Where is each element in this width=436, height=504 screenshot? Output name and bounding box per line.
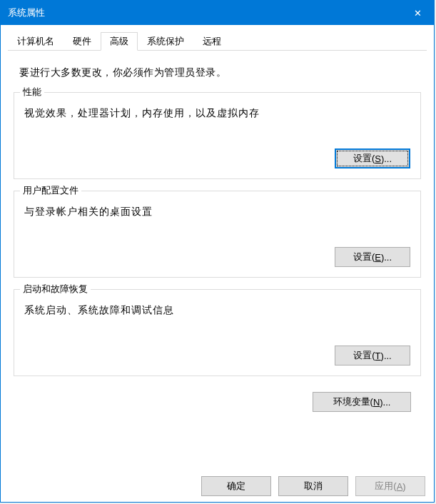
startup-recovery-settings-button[interactable]: 设置(T)... [335, 346, 410, 366]
tabs: 计算机名 硬件 高级 系统保护 远程 [8, 32, 427, 51]
cancel-button[interactable]: 取消 [278, 476, 348, 496]
environment-variables-button[interactable]: 环境变量(N)... [313, 392, 411, 412]
titlebar[interactable]: 系统属性 ✕ [1, 1, 434, 25]
groupbox-user-profiles-legend: 用户配置文件 [20, 184, 81, 197]
close-icon: ✕ [414, 8, 422, 19]
groupbox-performance-desc: 视觉效果，处理器计划，内存使用，以及虚拟内存 [24, 106, 410, 124]
admin-info-text: 要进行大多数更改，你必须作为管理员登录。 [14, 58, 421, 92]
content-spacer [14, 419, 421, 466]
groupbox-user-profiles-desc: 与登录帐户相关的桌面设置 [24, 204, 410, 223]
groupbox-user-profiles-btnrow: 设置(E)... [24, 247, 410, 267]
ok-button[interactable]: 确定 [201, 476, 271, 496]
groupbox-startup-recovery: 启动和故障恢复 系统启动、系统故障和调试信息 设置(T)... [14, 289, 421, 376]
tab-advanced[interactable]: 高级 [101, 32, 138, 51]
tab-system-protection[interactable]: 系统保护 [138, 32, 193, 50]
window-title: 系统属性 [8, 6, 45, 19]
performance-settings-button[interactable]: 设置(S)... [335, 148, 410, 168]
groupbox-startup-recovery-legend: 启动和故障恢复 [20, 283, 91, 296]
dialog-footer: 确定 取消 应用(A) [1, 470, 434, 502]
system-properties-window: 系统属性 ✕ 计算机名 硬件 高级 系统保护 远程 要进行大多数更改，你必须作为… [0, 0, 435, 503]
tab-content-advanced: 要进行大多数更改，你必须作为管理员登录。 性能 视觉效果，处理器计划，内存使用，… [1, 51, 434, 470]
groupbox-startup-recovery-desc: 系统启动、系统故障和调试信息 [24, 303, 410, 321]
groupbox-performance: 性能 视觉效果，处理器计划，内存使用，以及虚拟内存 设置(S)... [14, 92, 421, 179]
tab-hardware[interactable]: 硬件 [64, 32, 101, 50]
apply-button[interactable]: 应用(A) [355, 476, 425, 496]
groupbox-performance-btnrow: 设置(S)... [24, 148, 410, 168]
tabs-container: 计算机名 硬件 高级 系统保护 远程 [1, 25, 434, 51]
groupbox-user-profiles: 用户配置文件 与登录帐户相关的桌面设置 设置(E)... [14, 191, 421, 278]
tab-computer-name[interactable]: 计算机名 [8, 32, 64, 50]
groupbox-performance-legend: 性能 [20, 86, 44, 99]
env-vars-row: 环境变量(N)... [14, 390, 421, 419]
groupbox-startup-recovery-btnrow: 设置(T)... [24, 346, 410, 366]
tab-remote[interactable]: 远程 [193, 32, 230, 50]
user-profiles-settings-button[interactable]: 设置(E)... [335, 247, 410, 267]
close-button[interactable]: ✕ [401, 1, 434, 25]
